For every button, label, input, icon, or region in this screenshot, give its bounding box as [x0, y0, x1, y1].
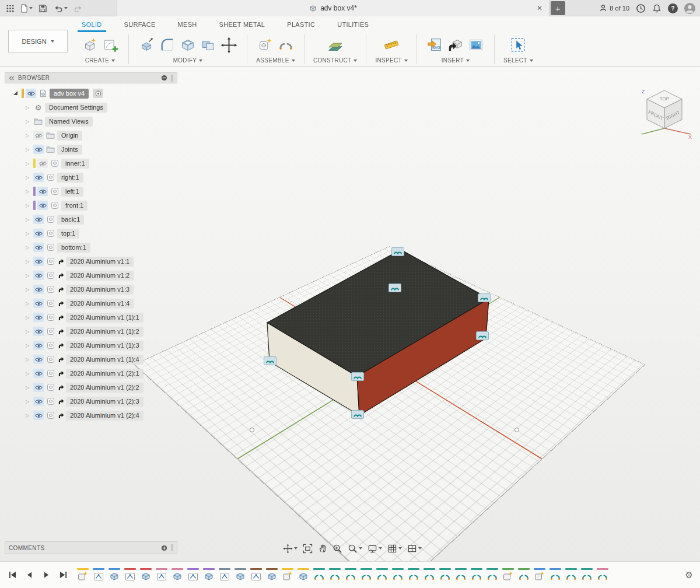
save-icon[interactable]: [36, 1, 50, 15]
timeline-feature-joint[interactable]: [439, 568, 452, 582]
minimize-panel-icon[interactable]: [161, 75, 167, 81]
browser-item-6[interactable]: ▷right:1: [5, 170, 177, 184]
expander-icon[interactable]: ▷: [23, 371, 32, 376]
timeline-feature-joint[interactable]: [580, 568, 593, 582]
expander-icon[interactable]: ▷: [23, 413, 32, 418]
timeline-feature-sketch[interactable]: [218, 568, 231, 582]
visibility-eye-icon[interactable]: [33, 383, 44, 392]
timeline-feature-component[interactable]: [502, 568, 514, 582]
visibility-eye-icon[interactable]: [33, 397, 44, 406]
browser-item-18[interactable]: ▷2020 Aluminium v1 (1):3: [5, 338, 177, 352]
timeline-feature-joint[interactable]: [376, 568, 388, 582]
display-settings-icon[interactable]: [366, 542, 384, 555]
timeline-feature-sketch[interactable]: [187, 568, 200, 582]
browser-header[interactable]: BROWSER: [5, 72, 177, 83]
new-component-icon[interactable]: [256, 35, 275, 55]
expander-icon[interactable]: ▷: [23, 399, 32, 404]
visibility-eye-icon[interactable]: [33, 369, 44, 378]
browser-item-7[interactable]: ▷left:1: [5, 184, 177, 198]
browser-item-23[interactable]: ▷2020 Aluminium v1 (2):4: [5, 408, 177, 422]
expander-icon[interactable]: ▷: [23, 217, 32, 222]
expander-icon[interactable]: ▷: [23, 203, 32, 208]
browser-item-12[interactable]: ▷2020 Aluminium v1:1: [5, 254, 177, 268]
timeline-feature-component[interactable]: [533, 568, 546, 582]
visibility-eye-icon[interactable]: [33, 355, 44, 364]
visibility-eye-icon[interactable]: [37, 187, 48, 196]
select-cursor-icon[interactable]: [509, 35, 527, 55]
move-copy-icon[interactable]: [219, 35, 238, 55]
expander-icon[interactable]: ▷: [23, 175, 32, 180]
visibility-eye-off-icon[interactable]: [33, 131, 44, 140]
view-cube[interactable]: TOP FRONT RIGHT Z X: [637, 80, 695, 139]
grid-display-icon[interactable]: [386, 542, 404, 555]
insert-derive-icon[interactable]: [446, 35, 465, 55]
browser-item-3[interactable]: ▷Origin: [5, 128, 177, 142]
ribbon-tab-plastic[interactable]: PLASTIC: [287, 16, 315, 32]
expander-icon[interactable]: ▷: [23, 189, 32, 194]
timeline-feature-extrude[interactable]: [265, 568, 278, 582]
visibility-eye-icon[interactable]: [37, 201, 48, 210]
timeline-feature-joint[interactable]: [328, 568, 341, 582]
browser-item-4[interactable]: ▷Joints: [5, 142, 177, 156]
create-sketch-icon[interactable]: [101, 35, 120, 55]
measure-icon[interactable]: [382, 35, 401, 55]
browser-item-16[interactable]: ▷2020 Aluminium v1 (1):1: [5, 310, 177, 324]
notifications-bell-icon[interactable]: [652, 4, 662, 13]
redo-icon[interactable]: [71, 1, 86, 15]
document-tab[interactable]: adv box v4* ✕: [117, 0, 550, 16]
app-grid-icon[interactable]: [4, 1, 17, 15]
browser-item-15[interactable]: ▷2020 Aluminium v1:4: [5, 296, 177, 310]
browser-item-22[interactable]: ▷2020 Aluminium v1 (2):3: [5, 394, 177, 408]
construct-menu[interactable]: CONSTRUCT: [313, 57, 357, 64]
timeline-feature-extrude[interactable]: [108, 568, 121, 582]
collapse-panel-icon[interactable]: [9, 76, 15, 80]
browser-item-0[interactable]: adv box v4: [5, 86, 177, 100]
expander-icon[interactable]: ▷: [23, 385, 32, 390]
browser-item-10[interactable]: ▷top:1: [5, 226, 177, 240]
new-tab-button[interactable]: +: [551, 1, 565, 15]
pan-hand-icon[interactable]: [316, 542, 329, 555]
visibility-eye-icon[interactable]: [33, 285, 44, 294]
expander-icon[interactable]: ▷: [23, 161, 32, 166]
joint-marker-icon[interactable]: [388, 284, 401, 292]
ribbon-tab-solid[interactable]: SOLID: [82, 16, 102, 32]
visibility-eye-icon[interactable]: [33, 257, 44, 266]
joint-marker-icon[interactable]: [478, 293, 491, 302]
design-workspace-selector[interactable]: DESIGN: [8, 30, 68, 53]
expander-icon[interactable]: ▷: [23, 315, 32, 320]
visibility-eye-icon[interactable]: [33, 341, 44, 350]
zoom-in-icon[interactable]: [331, 542, 344, 555]
timeline-feature-joint[interactable]: [313, 568, 326, 582]
browser-item-11[interactable]: ▷bottom:1: [5, 240, 177, 254]
visibility-eye-icon[interactable]: [33, 313, 44, 322]
visibility-eye-icon[interactable]: [33, 411, 44, 420]
visibility-eye-icon[interactable]: [33, 271, 44, 280]
browser-item-5[interactable]: ▷inner:1: [5, 156, 177, 170]
ribbon-tab-sheet-metal[interactable]: SHEET METAL: [219, 16, 265, 32]
expander-icon[interactable]: ▷: [23, 105, 32, 110]
timeline-feature-joint[interactable]: [517, 568, 530, 582]
timeline-feature-sketch[interactable]: [155, 568, 168, 582]
joint-marker-icon[interactable]: [264, 356, 276, 365]
timeline-feature-sketch[interactable]: [124, 568, 136, 582]
viewports-icon[interactable]: [405, 542, 424, 555]
inspect-menu[interactable]: INSPECT: [375, 57, 407, 64]
joint-marker-icon[interactable]: [476, 331, 489, 340]
timeline-feature-joint[interactable]: [565, 568, 578, 582]
ribbon-tab-mesh[interactable]: MESH: [178, 16, 197, 32]
expander-icon[interactable]: ▷: [23, 287, 32, 292]
visibility-eye-icon[interactable]: [33, 299, 44, 308]
fit-icon[interactable]: [301, 542, 314, 555]
timeline-feature-extrude[interactable]: [139, 568, 152, 582]
help-icon[interactable]: ?: [668, 4, 678, 13]
insert-svg-icon[interactable]: SVG: [426, 35, 444, 55]
visibility-eye-icon[interactable]: [26, 89, 36, 98]
document-counter[interactable]: 8 of 10: [599, 4, 629, 12]
expander-icon[interactable]: ▷: [23, 301, 32, 306]
expander-icon[interactable]: ▷: [23, 119, 32, 124]
expander-icon[interactable]: ▷: [23, 343, 32, 348]
expander-icon[interactable]: ▷: [23, 245, 32, 250]
new-solid-icon[interactable]: [80, 35, 99, 55]
expander-icon[interactable]: ▷: [23, 147, 32, 152]
browser-item-1[interactable]: ▷⚙Document Settings: [5, 100, 177, 114]
